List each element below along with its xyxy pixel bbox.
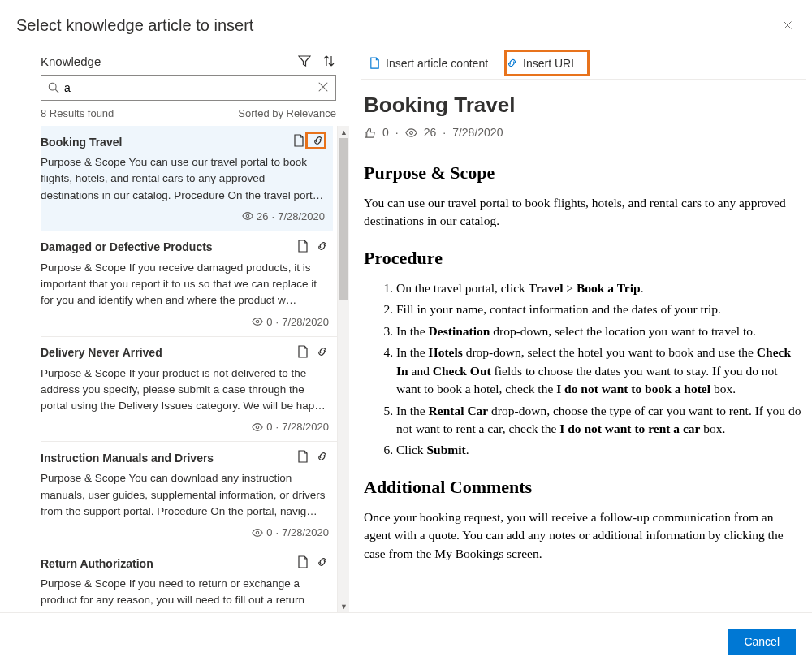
heading-additional: Additional Comments	[364, 474, 802, 500]
link-icon	[316, 450, 329, 463]
article-snippet: Purpose & Scope If you need to return or…	[41, 576, 329, 609]
document-icon	[296, 345, 309, 358]
preview-date: 7/28/2020	[452, 126, 503, 139]
article-meta: 0·7/28/2020	[41, 421, 329, 433]
insert-url-action[interactable]	[316, 345, 329, 361]
results-count: 8 Results found	[41, 107, 114, 119]
filter-icon	[298, 54, 311, 67]
eye-icon	[252, 527, 263, 538]
document-icon	[296, 450, 309, 463]
filter-button[interactable]	[297, 54, 312, 68]
article-views: 0	[266, 526, 272, 538]
link-icon	[316, 555, 329, 568]
article-title: Damaged or Defective Products	[41, 240, 213, 253]
article-title: Instruction Manuals and Drivers	[41, 452, 214, 465]
highlight-insert-url	[504, 50, 590, 76]
article-item[interactable]: Damaged or Defective ProductsPurpose & S…	[41, 231, 337, 337]
close-button[interactable]	[780, 16, 796, 36]
insert-url-action[interactable]	[316, 555, 329, 571]
preview-title: Booking Travel	[364, 93, 802, 118]
article-meta: 0·7/28/2020	[41, 526, 329, 538]
insert-content-action[interactable]	[296, 555, 309, 571]
preview-panel: Insert article content Insert URL Bookin…	[349, 47, 812, 612]
article-snippet: Purpose & Scope If you receive damaged p…	[41, 260, 329, 309]
eye-icon	[252, 316, 263, 327]
insert-content-action[interactable]	[296, 345, 309, 361]
eye-icon	[405, 127, 417, 139]
article-title: Delivery Never Arrived	[41, 346, 162, 359]
document-icon	[296, 555, 309, 568]
search-icon	[48, 82, 59, 93]
article-list: Booking TravelPurpose & Scope You can us…	[41, 126, 337, 612]
article-snippet: Purpose & Scope You can use our travel p…	[41, 154, 325, 204]
article-meta: 0·7/28/2020	[41, 316, 329, 328]
search-input[interactable]	[59, 81, 317, 94]
scroll-down-icon[interactable]: ▼	[338, 600, 349, 612]
paragraph-purpose: You can use our travel portal to book fl…	[364, 194, 802, 231]
insert-url-action[interactable]	[316, 240, 329, 255]
article-meta: 26·7/28/2020	[41, 210, 325, 223]
insert-content-label: Insert article content	[386, 57, 488, 70]
insert-content-button[interactable]: Insert article content	[361, 52, 496, 75]
document-icon	[369, 57, 381, 69]
insert-content-action[interactable]	[296, 240, 309, 255]
article-views: 0	[266, 421, 272, 433]
article-title: Booking Travel	[41, 136, 122, 149]
eye-icon	[252, 421, 263, 433]
dialog-footer: Cancel	[0, 613, 812, 670]
search-box[interactable]	[41, 75, 336, 101]
close-icon	[317, 81, 329, 93]
link-icon	[316, 240, 329, 253]
article-item[interactable]: Instruction Manuals and DriversPurpose &…	[41, 442, 337, 547]
eye-icon	[242, 210, 253, 222]
clear-search-button[interactable]	[317, 81, 329, 95]
preview-toolbar: Insert article content Insert URL	[361, 47, 806, 80]
sorted-by: Sorted by Relevance	[238, 107, 336, 119]
article-snippet: Purpose & Scope If your product is not d…	[41, 365, 329, 415]
sort-button[interactable]	[322, 54, 336, 68]
article-views: 26	[257, 210, 268, 223]
close-icon	[783, 20, 793, 30]
document-icon	[296, 240, 309, 253]
sort-icon	[322, 54, 335, 67]
link-icon	[316, 345, 329, 358]
preview-stats: 0 · 26 · 7/28/2020	[364, 126, 802, 139]
document-icon	[292, 134, 305, 147]
article-item[interactable]: Return AuthorizationPurpose & Scope If y…	[41, 547, 337, 612]
paragraph-additional: Once your booking request, you will rece…	[364, 508, 802, 563]
scroll-thumb[interactable]	[339, 138, 348, 300]
cancel-button[interactable]: Cancel	[728, 629, 796, 655]
article-date: 7/28/2020	[282, 316, 329, 328]
procedure-steps: On the travel portal, click Travel > Boo…	[364, 279, 802, 460]
thumb-icon	[364, 127, 376, 139]
insert-content-action[interactable]	[292, 134, 305, 149]
insert-url-action[interactable]	[316, 450, 329, 465]
scroll-up-icon[interactable]: ▲	[338, 126, 349, 138]
article-date: 7/28/2020	[278, 210, 325, 223]
search-panel: Knowledge 8 Results found Sorted by Rele…	[0, 47, 349, 612]
knowledge-label: Knowledge	[41, 54, 101, 68]
article-views: 0	[266, 316, 272, 328]
article-date: 7/28/2020	[282, 526, 329, 538]
preview-views: 26	[424, 126, 437, 139]
highlight-insert-url-action	[305, 132, 326, 149]
preview-likes: 0	[382, 126, 389, 139]
dialog-title: Select knowledge article to insert	[16, 16, 253, 35]
article-date: 7/28/2020	[282, 421, 329, 433]
article-snippet: Purpose & Scope You can download any ins…	[41, 470, 329, 520]
preview-body: Purpose & Scope You can use our travel p…	[364, 160, 802, 563]
article-item[interactable]: Booking TravelPurpose & Scope You can us…	[41, 126, 333, 231]
heading-purpose: Purpose & Scope	[364, 160, 802, 186]
article-title: Return Authorization	[41, 557, 153, 570]
insert-content-action[interactable]	[296, 450, 309, 465]
article-item[interactable]: Delivery Never ArrivedPurpose & Scope If…	[41, 337, 337, 443]
heading-procedure: Procedure	[364, 245, 802, 271]
scrollbar[interactable]: ▲ ▼	[337, 126, 349, 612]
